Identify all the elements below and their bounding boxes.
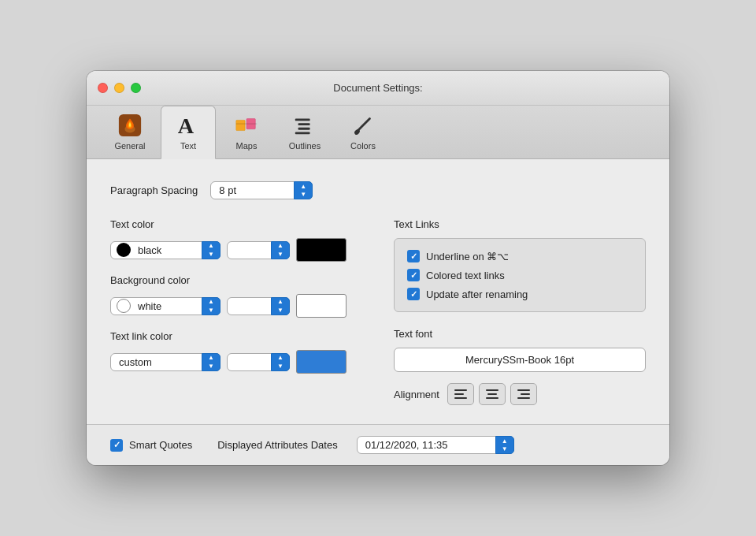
- link-color-swatch[interactable]: [296, 350, 346, 374]
- general-tab-label: General: [114, 141, 145, 151]
- paragraph-spacing-row: Paragraph Spacing 8 pt 4 pt 12 pt 16 pt: [110, 181, 646, 199]
- update-renaming-checkbox[interactable]: [407, 288, 420, 300]
- lc-down[interactable]: [202, 362, 220, 370]
- paragraph-spacing-down[interactable]: [295, 191, 312, 199]
- align-center-icon: [485, 388, 499, 400]
- paragraph-spacing-stepper[interactable]: [294, 181, 313, 199]
- colors-tab-label: Colors: [350, 141, 376, 151]
- svg-rect-19: [521, 393, 530, 395]
- bc-sec-up[interactable]: [272, 298, 289, 307]
- bg-color-up[interactable]: [202, 298, 220, 307]
- dates-stepper[interactable]: [495, 436, 514, 454]
- underline-label: Underline on ⌘⌥: [426, 251, 509, 262]
- svg-rect-9: [298, 128, 310, 130]
- left-column: Text color black white custom: [110, 218, 362, 405]
- text-font-button[interactable]: MercurySSm-Book 16pt: [394, 348, 646, 372]
- right-column: Text Links Underline on ⌘⌥ Colored text …: [394, 218, 646, 405]
- tc-sec-down[interactable]: [272, 250, 289, 259]
- text-color-secondary-stepper[interactable]: [271, 241, 290, 259]
- svg-rect-16: [487, 393, 497, 395]
- svg-rect-20: [517, 397, 530, 399]
- dates-select[interactable]: 01/12/2020, 11:35 12/01/2020, 11:35 2020…: [357, 436, 514, 454]
- link-color-secondary-stepper[interactable]: [271, 353, 290, 371]
- svg-rect-7: [295, 119, 310, 121]
- text-color-down[interactable]: [202, 250, 220, 259]
- bg-color-secondary-stepper[interactable]: [271, 297, 290, 315]
- tab-general[interactable]: General: [102, 106, 158, 158]
- titlebar: Document Settings:: [87, 71, 669, 106]
- align-right-button[interactable]: [510, 383, 537, 405]
- text-color-select-wrapper: black white custom: [110, 241, 220, 259]
- text-color-dot: [117, 243, 131, 257]
- bg-color-secondary-wrapper: [227, 297, 290, 315]
- align-center-button[interactable]: [479, 383, 506, 405]
- link-color-select-wrapper: custom black white: [110, 353, 220, 371]
- svg-rect-12: [454, 389, 467, 391]
- tab-colors[interactable]: Colors: [335, 106, 391, 158]
- tab-maps[interactable]: Maps: [219, 106, 274, 158]
- dates-select-wrapper: 01/12/2020, 11:35 12/01/2020, 11:35 2020…: [357, 436, 514, 454]
- link-color-secondary-wrapper: [227, 353, 290, 371]
- window-title: Document Settings:: [333, 82, 422, 94]
- link-color-label: Text link color: [110, 330, 362, 342]
- maps-icon: [234, 113, 259, 138]
- dates-up[interactable]: [496, 437, 513, 445]
- outlines-tab-label: Outlines: [289, 141, 321, 151]
- two-col-layout: Text color black white custom: [110, 218, 646, 405]
- svg-rect-13: [454, 393, 464, 395]
- svg-rect-10: [295, 132, 310, 134]
- text-color-swatch[interactable]: [296, 238, 346, 262]
- text-links-header: Text Links: [394, 218, 646, 230]
- alignment-label: Alignment: [394, 389, 439, 400]
- link-color-stepper[interactable]: [202, 353, 220, 371]
- align-right-icon: [517, 388, 531, 400]
- align-left-button[interactable]: [447, 383, 474, 405]
- minimize-button[interactable]: [114, 83, 124, 93]
- svg-rect-17: [486, 397, 498, 399]
- bc-sec-down[interactable]: [272, 306, 289, 315]
- close-button[interactable]: [98, 83, 108, 93]
- bg-color-row: white black custom: [110, 294, 362, 318]
- tab-text[interactable]: A Text: [161, 106, 216, 159]
- text-tab-label: Text: [180, 141, 196, 151]
- svg-rect-4: [236, 120, 245, 130]
- tc-sec-up[interactable]: [272, 242, 289, 251]
- bottom-bar: Smart Quotes Displayed Attributes Dates …: [87, 424, 669, 465]
- paragraph-spacing-label: Paragraph Spacing: [110, 184, 198, 196]
- alignment-row: Alignment: [394, 383, 646, 405]
- bg-color-section: Background color white black custom: [110, 274, 362, 318]
- traffic-lights: [98, 83, 141, 93]
- svg-text:A: A: [178, 114, 195, 138]
- text-font-header: Text font: [394, 328, 646, 340]
- bg-color-stepper[interactable]: [202, 297, 220, 315]
- content-area: Paragraph Spacing 8 pt 4 pt 12 pt 16 pt: [87, 159, 669, 424]
- outlines-icon: [292, 113, 317, 138]
- smart-quotes-label: Smart Quotes: [129, 439, 192, 451]
- colored-links-checkbox[interactable]: [407, 269, 420, 281]
- svg-rect-15: [486, 389, 498, 391]
- paragraph-spacing-up[interactable]: [295, 182, 312, 191]
- bg-color-swatch[interactable]: [296, 294, 346, 318]
- underline-checkbox[interactable]: [407, 250, 420, 262]
- tab-outlines[interactable]: Outlines: [277, 106, 332, 158]
- link-color-section: Text link color custom black white: [110, 330, 362, 374]
- text-color-secondary-wrapper: [227, 241, 290, 259]
- smart-quotes-checkbox[interactable]: [110, 439, 123, 452]
- maximize-button[interactable]: [131, 83, 141, 93]
- colored-links-label: Colored text links: [426, 270, 505, 281]
- text-color-stepper[interactable]: [202, 241, 220, 259]
- underline-checkbox-row: Underline on ⌘⌥: [407, 250, 632, 262]
- lc-up[interactable]: [202, 354, 220, 363]
- lc-sec-up[interactable]: [272, 354, 289, 363]
- text-color-up[interactable]: [202, 242, 220, 251]
- text-color-section: Text color black white custom: [110, 218, 362, 262]
- link-color-row: custom black white: [110, 350, 362, 374]
- dates-label: Displayed Attributes Dates: [217, 439, 337, 451]
- lc-sec-down[interactable]: [272, 362, 289, 370]
- text-color-label: Text color: [110, 218, 362, 230]
- align-left-icon: [454, 388, 468, 400]
- smart-quotes-row: Smart Quotes: [110, 439, 192, 452]
- dates-down[interactable]: [496, 445, 513, 454]
- bg-color-down[interactable]: [202, 306, 220, 315]
- bg-color-select-wrapper: white black custom: [110, 297, 220, 315]
